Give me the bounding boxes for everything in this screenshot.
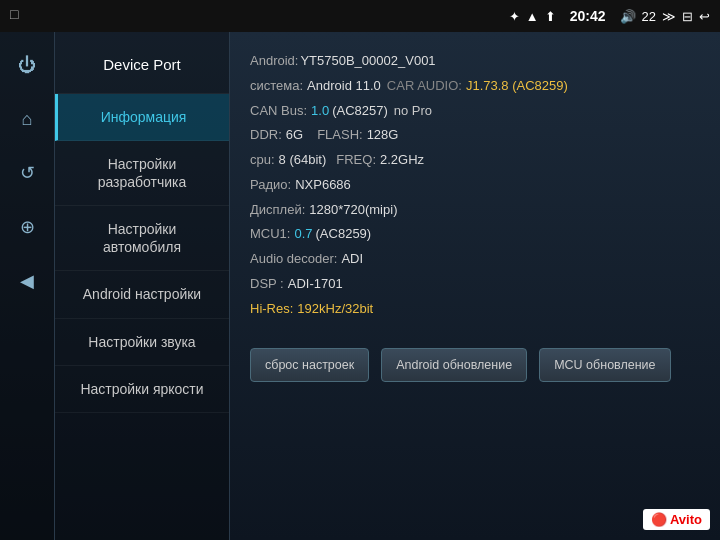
ddr-row: DDR: 6G FLASH: 128G [250, 124, 700, 147]
menu-item-sound-settings[interactable]: Настройки звука [55, 319, 229, 366]
flash-label: FLASH: [317, 124, 363, 147]
system-row: система: Android 11.0 CAR AUDIO: J1.73.8… [250, 75, 700, 98]
freq-label: FREQ: [336, 149, 376, 172]
radio-row: Радио: NXP6686 [250, 174, 700, 197]
skip-icon: ≫ [662, 9, 676, 24]
status-time: 20:42 [570, 8, 606, 24]
buttons-row: сброс настроек Android обновление MCU об… [250, 336, 700, 382]
menu-item-developer[interactable]: Настройкиразработчика [55, 141, 229, 206]
car-audio-value: J1.73.8 (AC8259) [466, 75, 568, 98]
android-value: YT5750B_00002_V001 [300, 50, 435, 73]
volume-icon: 🔊 [620, 9, 636, 24]
audio-row: Audio decoder: ADI [250, 248, 700, 271]
cpu-value: 8 (64bit) [279, 149, 327, 172]
android-row: Android: YT5750B_00002_V001 [250, 50, 700, 73]
return-icon: ↩ [699, 9, 710, 24]
dsp-value: ADI-1701 [288, 273, 343, 296]
hires-value: 192kHz/32bit [297, 298, 373, 321]
dsp-row: DSP : ADI-1701 [250, 273, 700, 296]
canbus-note: (AC8257) [332, 100, 388, 123]
mcu1-value: 0.7 [294, 223, 312, 246]
menu-panel: Device Port Информация Настройкиразработ… [55, 32, 230, 540]
window-icon: □ [10, 6, 18, 22]
android-update-button[interactable]: Android обновление [381, 348, 527, 382]
display-row: Дисплей: 1280*720(mipi) [250, 199, 700, 222]
canbus-extra: no Pro [394, 100, 432, 123]
menu-item-information[interactable]: Информация [55, 94, 229, 141]
avito-text: Avito [670, 512, 702, 527]
hires-row: Hi-Res: 192kHz/32bit [250, 298, 700, 321]
add-button[interactable]: ⊕ [9, 209, 45, 245]
flash-value: 128G [367, 124, 399, 147]
status-right: ✦ ▲ ⬆ 20:42 🔊 22 ≫ ⊟ ↩ [509, 8, 710, 24]
display-value: 1280*720(mipi) [309, 199, 397, 222]
radio-label: Радио: [250, 174, 291, 197]
main-content: ⏻ ⌂ ↺ ⊕ ◀ Device Port Информация Настрой… [0, 32, 720, 540]
audio-value: ADI [341, 248, 363, 271]
system-label: система: [250, 75, 303, 98]
ddr-label: DDR: [250, 124, 282, 147]
battery-level: 22 [642, 9, 656, 24]
cpu-label: cpu: [250, 149, 275, 172]
canbus-value1: 1.0 [311, 100, 329, 123]
hires-label: Hi-Res: [250, 298, 293, 321]
back-button[interactable]: ↺ [9, 155, 45, 191]
avito-badge: 🔴 Avito [643, 509, 710, 530]
audio-label: Audio decoder: [250, 248, 337, 271]
sidebar-icons: ⏻ ⌂ ↺ ⊕ ◀ [0, 32, 55, 540]
window2-icon: ⊟ [682, 9, 693, 24]
device-frame: □ ✦ ▲ ⬆ 20:42 🔊 22 ≫ ⊟ ↩ ⏻ ⌂ ↺ ⊕ ◀ Devic… [0, 0, 720, 540]
mcu1-row: MCU1: 0.7 (AC8259) [250, 223, 700, 246]
radio-value: NXP6686 [295, 174, 351, 197]
menu-item-car-settings[interactable]: Настройкиавтомобиля [55, 206, 229, 271]
menu-item-android-settings[interactable]: Android настройки [55, 271, 229, 318]
home-button[interactable]: ⌂ [9, 101, 45, 137]
status-bar: □ ✦ ▲ ⬆ 20:42 🔊 22 ≫ ⊟ ↩ [0, 0, 720, 32]
system-value: Android 11.0 [307, 75, 381, 98]
mcu1-note: (AC8259) [316, 223, 372, 246]
reset-button[interactable]: сброс настроек [250, 348, 369, 382]
mcu1-label: MCU1: [250, 223, 290, 246]
freq-value: 2.2GHz [380, 149, 424, 172]
signal-icon: ▲ [526, 9, 539, 24]
menu-item-device-port[interactable]: Device Port [55, 37, 229, 94]
android-label: Android: [250, 50, 298, 73]
car-audio-label: CAR AUDIO: [387, 75, 462, 98]
left-button[interactable]: ◀ [9, 263, 45, 299]
info-panel: Android: YT5750B_00002_V001 система: And… [230, 32, 720, 540]
ddr-value: 6G [286, 124, 303, 147]
power-button[interactable]: ⏻ [9, 47, 45, 83]
mcu-update-button[interactable]: MCU обновление [539, 348, 670, 382]
display-label: Дисплей: [250, 199, 305, 222]
menu-item-brightness[interactable]: Настройки яркости [55, 366, 229, 413]
bluetooth-icon: ✦ [509, 9, 520, 24]
canbus-label: CAN Bus: [250, 100, 307, 123]
cpu-row: cpu: 8 (64bit) FREQ: 2.2GHz [250, 149, 700, 172]
dsp-label: DSP : [250, 273, 284, 296]
canbus-row: CAN Bus: 1.0 (AC8257) no Pro [250, 100, 700, 123]
nav-left: □ [10, 6, 18, 22]
avito-logo-icon: 🔴 [651, 512, 667, 527]
signal-bar-icon: ⬆ [545, 9, 556, 24]
